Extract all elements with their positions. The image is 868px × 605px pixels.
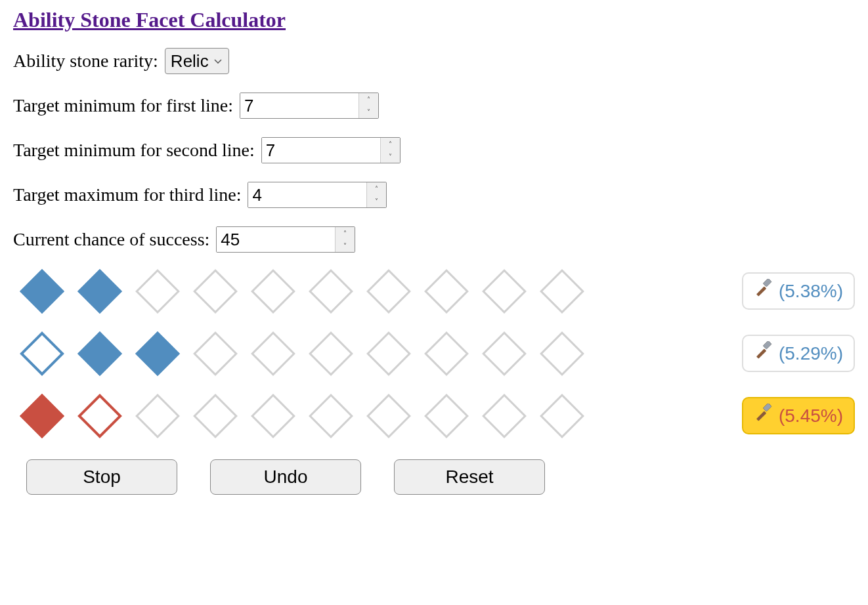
hammer-icon xyxy=(754,341,773,365)
diamonds-line-2 xyxy=(26,338,578,369)
facet-percent-line-2: (5.29%) xyxy=(779,343,843,364)
diamond-2-4 xyxy=(193,331,238,376)
target3-row: Target maximum for third line: ˄˅ xyxy=(13,182,855,208)
diamond-2-2 xyxy=(77,331,122,376)
target2-input[interactable] xyxy=(262,138,380,163)
diamond-3-10 xyxy=(540,394,584,438)
diamond-1-5 xyxy=(251,269,295,314)
facet-button-line-1[interactable]: (5.38%) xyxy=(742,272,855,310)
facet-line-2: (5.29%) xyxy=(26,335,855,372)
target2-row: Target minimum for second line: ˄˅ xyxy=(13,137,855,163)
diamond-1-4 xyxy=(193,269,238,314)
diamond-3-6 xyxy=(309,394,353,438)
diamond-3-4 xyxy=(193,394,238,438)
facet-line-3: (5.45%) xyxy=(26,397,855,434)
chance-stepper[interactable]: ˄˅ xyxy=(335,227,355,252)
diamonds-line-1 xyxy=(26,276,578,307)
target1-row: Target minimum for first line: ˄˅ xyxy=(13,93,855,119)
diamond-3-3 xyxy=(135,394,180,438)
diamonds-line-3 xyxy=(26,400,578,432)
diamond-1-7 xyxy=(366,269,411,314)
diamond-2-9 xyxy=(482,331,527,376)
diamond-3-7 xyxy=(366,394,411,438)
chance-row: Current chance of success: ˄˅ xyxy=(13,226,855,253)
diamond-3-9 xyxy=(482,394,527,438)
diamond-1-9 xyxy=(482,269,527,314)
facet-line-1: (5.38%) xyxy=(26,272,855,310)
svg-rect-4 xyxy=(756,411,766,421)
svg-rect-0 xyxy=(756,286,766,296)
target3-label: Target maximum for third line: xyxy=(13,184,241,205)
svg-rect-1 xyxy=(763,279,771,287)
rarity-row: Ability stone rarity: Relic xyxy=(13,48,855,74)
target1-input[interactable] xyxy=(240,93,358,118)
chance-label: Current chance of success: xyxy=(13,229,209,250)
target2-label: Target minimum for second line: xyxy=(13,140,255,161)
chance-input[interactable] xyxy=(217,227,335,252)
page-title-link[interactable]: Ability Stone Facet Calculator xyxy=(13,8,855,32)
diamond-2-8 xyxy=(424,331,469,376)
target3-stepper[interactable]: ˄˅ xyxy=(366,182,386,207)
diamond-1-1 xyxy=(20,269,64,314)
target1-label: Target minimum for first line: xyxy=(13,95,233,116)
reset-button[interactable]: Reset xyxy=(394,459,545,495)
target1-stepper[interactable]: ˄˅ xyxy=(358,93,378,118)
target2-stepper[interactable]: ˄˅ xyxy=(380,138,400,163)
undo-button[interactable]: Undo xyxy=(210,459,361,495)
diamond-3-1 xyxy=(20,394,64,438)
diamond-1-10 xyxy=(540,269,584,314)
diamond-1-3 xyxy=(135,269,180,314)
facet-button-line-3[interactable]: (5.45%) xyxy=(742,397,855,434)
diamond-2-7 xyxy=(366,331,411,376)
facet-percent-line-3: (5.45%) xyxy=(779,406,843,427)
diamond-3-5 xyxy=(251,394,295,438)
svg-rect-2 xyxy=(756,348,766,358)
diamond-2-1 xyxy=(20,331,64,376)
svg-rect-5 xyxy=(763,404,771,411)
facet-button-line-2[interactable]: (5.29%) xyxy=(742,335,855,372)
hammer-icon xyxy=(754,404,773,428)
facet-percent-line-1: (5.38%) xyxy=(779,281,843,302)
rarity-select[interactable]: Relic xyxy=(165,48,229,74)
rarity-label: Ability stone rarity: xyxy=(13,51,158,72)
stop-button[interactable]: Stop xyxy=(26,459,177,495)
diamond-2-10 xyxy=(540,331,584,376)
target3-input[interactable] xyxy=(248,182,366,207)
diamond-2-6 xyxy=(309,331,353,376)
diamond-1-6 xyxy=(309,269,353,314)
diamond-3-8 xyxy=(424,394,469,438)
diamond-2-5 xyxy=(251,331,295,376)
diamond-1-2 xyxy=(77,269,122,314)
hammer-icon xyxy=(754,279,773,303)
diamond-3-2 xyxy=(77,394,122,438)
diamond-1-8 xyxy=(424,269,469,314)
svg-rect-3 xyxy=(763,341,771,349)
diamond-2-3 xyxy=(135,331,180,376)
